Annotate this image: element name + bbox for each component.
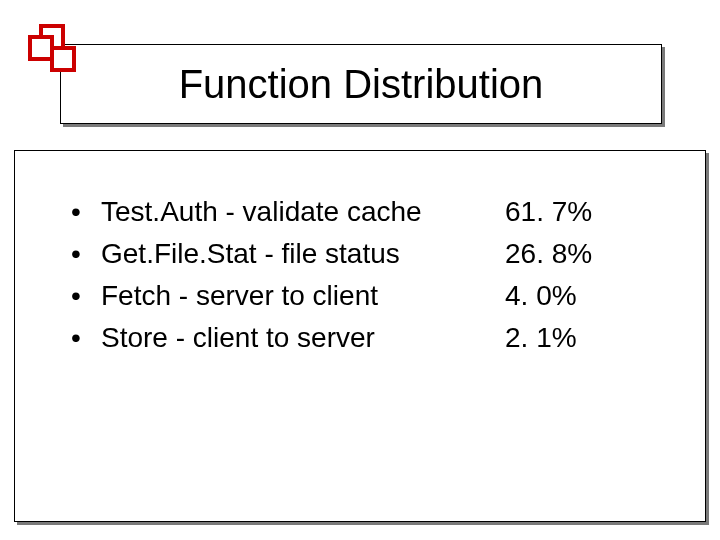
item-label: Fetch - server to client bbox=[101, 275, 505, 317]
bullet-icon: • bbox=[71, 317, 101, 359]
bullet-icon: • bbox=[71, 275, 101, 317]
item-value: 2. 1% bbox=[505, 317, 645, 359]
bullet-icon: • bbox=[71, 191, 101, 233]
item-value: 4. 0% bbox=[505, 275, 645, 317]
bullet-icon: • bbox=[71, 233, 101, 275]
item-value: 61. 7% bbox=[505, 191, 645, 233]
item-label: Get.File.Stat - file status bbox=[101, 233, 505, 275]
title-container: Function Distribution bbox=[60, 44, 662, 124]
logo-icon bbox=[28, 24, 88, 84]
slide-title: Function Distribution bbox=[179, 62, 544, 107]
item-value: 26. 8% bbox=[505, 233, 645, 275]
item-label: Store - client to server bbox=[101, 317, 505, 359]
slide: Function Distribution • Test.Auth - vali… bbox=[0, 0, 720, 540]
list-item: • Get.File.Stat - file status 26. 8% bbox=[15, 233, 705, 275]
body-container: • Test.Auth - validate cache 61. 7% • Ge… bbox=[14, 150, 706, 522]
list-item: • Fetch - server to client 4. 0% bbox=[15, 275, 705, 317]
list-item: • Store - client to server 2. 1% bbox=[15, 317, 705, 359]
item-label: Test.Auth - validate cache bbox=[101, 191, 505, 233]
list-item: • Test.Auth - validate cache 61. 7% bbox=[15, 191, 705, 233]
